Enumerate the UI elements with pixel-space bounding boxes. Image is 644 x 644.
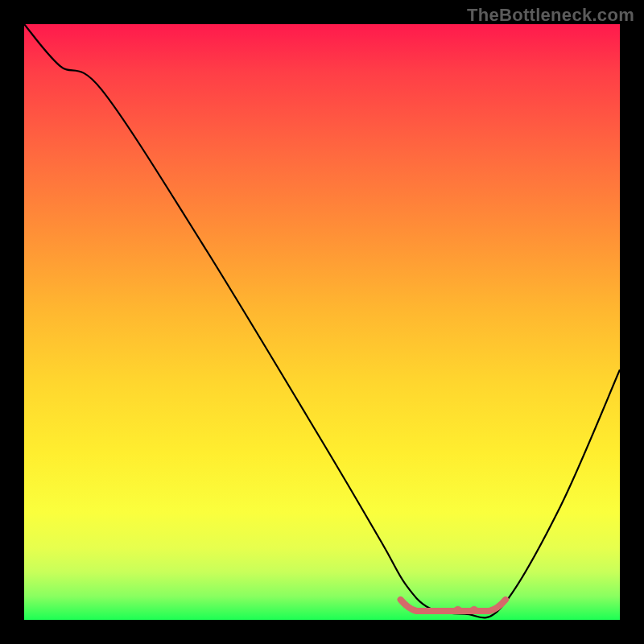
optimal-marker-dot <box>454 606 462 614</box>
optimal-marker-dot <box>470 606 478 614</box>
optimal-range-marker-right <box>489 600 506 611</box>
chart-svg <box>24 24 620 620</box>
watermark-text: TheBottleneck.com <box>467 5 634 26</box>
bottleneck-curve <box>24 24 620 617</box>
bottleneck-chart <box>24 24 620 620</box>
